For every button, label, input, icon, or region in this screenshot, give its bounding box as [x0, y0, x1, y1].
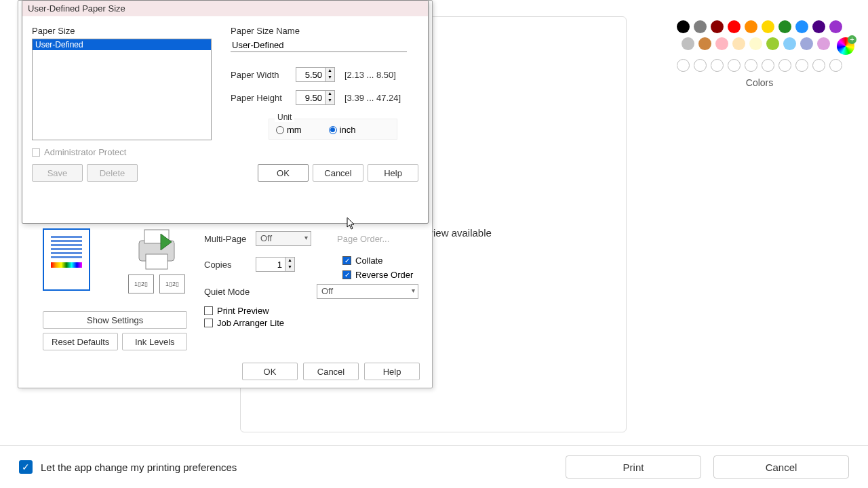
unit-label: Unit [275, 113, 294, 122]
color-swatch[interactable] [715, 37, 728, 50]
bottom-bar: Let the app change my printing preferenc… [0, 445, 868, 488]
color-swatch[interactable] [829, 20, 842, 33]
color-swatch[interactable] [694, 20, 707, 33]
print-ok-button[interactable]: OK [242, 363, 298, 380]
cancel-print-button[interactable]: Cancel [713, 455, 849, 479]
color-swatch[interactable] [778, 20, 791, 33]
admin-protect-label: Administrator Protect [44, 147, 126, 157]
collate-label: Collate [355, 256, 382, 266]
unit-inch-radio[interactable]: inch [329, 125, 356, 135]
paper-height-spinner[interactable]: ▲▼ [296, 90, 335, 105]
cancel-button[interactable]: Cancel [313, 164, 363, 182]
color-swatch-empty[interactable] [745, 59, 757, 72]
app-prefs-label: Let the app change my printing preferenc… [41, 462, 237, 473]
height-up-icon[interactable]: ▲ [326, 91, 334, 98]
reset-defaults-button[interactable]: Reset Defaults [43, 333, 118, 350]
job-arranger-checkbox[interactable] [204, 319, 213, 327]
color-swatch[interactable] [766, 37, 779, 50]
paper-height-range: [3.39 ... 47.24] [344, 93, 401, 103]
color-swatch[interactable] [795, 20, 808, 33]
color-swatch[interactable] [783, 37, 796, 50]
paper-size-name-input[interactable] [231, 39, 407, 52]
copies-label: Copies [204, 260, 250, 270]
color-swatch-empty[interactable] [711, 59, 724, 72]
collate-checkbox[interactable] [342, 256, 351, 265]
user-defined-paper-dialog: User-Defined Paper Size Paper Size User-… [22, 0, 429, 224]
reverse-order-checkbox[interactable] [342, 270, 351, 279]
rotate-left-icon[interactable]: 1▯2▯ [128, 274, 154, 293]
color-palette: Colors [651, 20, 868, 88]
print-help-button[interactable]: Help [364, 363, 420, 380]
paper-size-listbox[interactable]: User-Defined [32, 39, 212, 140]
paper-height-input[interactable] [296, 91, 325, 104]
print-button[interactable]: Print [566, 455, 701, 479]
colors-label: Colors [651, 77, 868, 88]
printer-icon [130, 226, 184, 273]
job-arranger-label: Job Arranger Lite [217, 318, 284, 328]
copies-input[interactable] [256, 258, 285, 271]
delete-button: Delete [87, 164, 138, 182]
ink-levels-button[interactable]: Ink Levels [122, 333, 187, 350]
print-cancel-button[interactable]: Cancel [303, 363, 359, 380]
admin-protect-checkbox [32, 148, 40, 157]
page-order-button: Page Order... [337, 234, 389, 244]
color-swatch[interactable] [677, 20, 690, 33]
unit-mm-radio[interactable]: mm [276, 125, 302, 135]
color-swatch-empty[interactable] [762, 59, 774, 72]
save-button: Save [32, 164, 83, 182]
color-swatch-empty[interactable] [795, 59, 808, 72]
color-swatch[interactable] [728, 20, 741, 33]
quiet-mode-dropdown[interactable]: Off [317, 284, 418, 299]
paper-size-name-label: Paper Size Name [231, 26, 418, 36]
help-button[interactable]: Help [368, 164, 418, 182]
paper-width-input[interactable] [296, 68, 325, 81]
show-settings-button[interactable]: Show Settings [43, 311, 187, 329]
color-swatch[interactable] [732, 37, 745, 50]
copies-up-icon[interactable]: ▲ [285, 258, 294, 264]
multipage-dropdown[interactable]: Off [256, 231, 311, 246]
print-preview-checkbox[interactable] [204, 306, 213, 315]
color-swatch-empty[interactable] [778, 59, 791, 72]
paper-width-spinner[interactable]: ▲▼ [296, 67, 335, 82]
paper-width-label: Paper Width [231, 70, 286, 80]
color-swatch[interactable] [762, 20, 774, 33]
reverse-order-label: Reverse Order [355, 270, 413, 280]
color-swatch[interactable] [800, 37, 813, 50]
color-swatch[interactable] [817, 37, 830, 50]
color-swatch[interactable] [749, 37, 762, 50]
dialog-title: User-Defined Paper Size [22, 1, 428, 16]
multipage-label: Multi-Page [204, 234, 250, 244]
paper-height-label: Paper Height [231, 93, 286, 103]
svg-rect-2 [146, 254, 167, 269]
width-up-icon[interactable]: ▲ [326, 68, 334, 75]
rotate-right-icon[interactable]: 1▯2▯ [159, 274, 185, 293]
color-swatch-empty[interactable] [812, 59, 825, 72]
print-preview-label: Print Preview [217, 306, 269, 316]
height-down-icon[interactable]: ▼ [326, 98, 334, 104]
color-swatch[interactable] [665, 37, 677, 50]
custom-color-icon[interactable] [837, 37, 854, 55]
color-swatch[interactable] [698, 37, 711, 50]
color-swatch-empty[interactable] [677, 59, 690, 72]
color-swatch-empty[interactable] [694, 59, 707, 72]
paper-size-label: Paper Size [32, 26, 212, 36]
color-swatch-empty[interactable] [829, 59, 842, 72]
app-prefs-checkbox[interactable] [19, 460, 33, 474]
paper-size-item-selected[interactable]: User-Defined [33, 39, 211, 50]
paper-width-range: [2.13 ... 8.50] [344, 70, 396, 80]
color-swatch[interactable] [682, 37, 694, 50]
page-preview-thumb[interactable] [43, 228, 90, 291]
quiet-mode-label: Quiet Mode [204, 287, 262, 297]
color-swatch-empty[interactable] [728, 59, 741, 72]
color-swatch[interactable] [812, 20, 825, 33]
copies-spinner[interactable]: ▲▼ [256, 257, 295, 272]
copies-down-icon[interactable]: ▼ [285, 264, 294, 271]
color-swatch[interactable] [745, 20, 757, 33]
width-down-icon[interactable]: ▼ [326, 75, 334, 81]
color-swatch[interactable] [711, 20, 724, 33]
ok-button[interactable]: OK [258, 164, 309, 182]
